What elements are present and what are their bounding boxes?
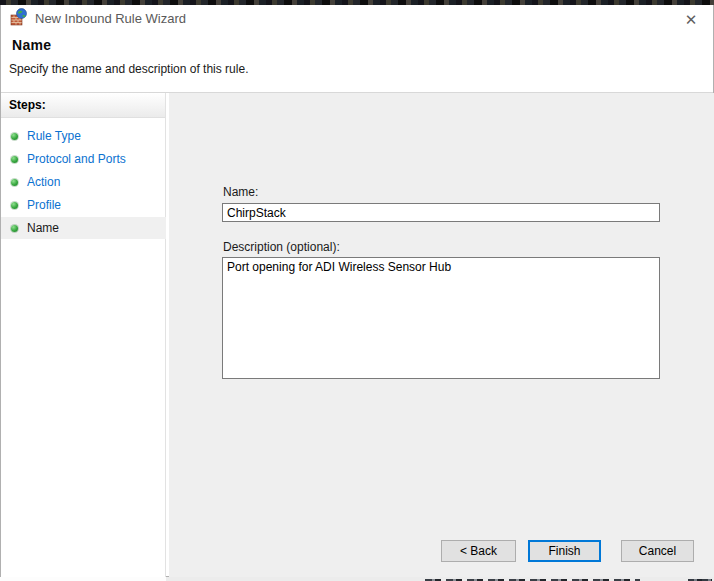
sidebar-item-profile[interactable]: Profile xyxy=(1,194,166,216)
name-field-label: Name: xyxy=(223,185,258,199)
window-title: New Inbound Rule Wizard xyxy=(35,11,186,26)
description-field-label: Description (optional): xyxy=(223,240,340,254)
screen: New Inbound Rule Wizard ✕ Name Specify t… xyxy=(0,0,714,581)
background-window-strip-bottom xyxy=(0,577,714,581)
sidebar-item-rule-type[interactable]: Rule Type xyxy=(1,125,166,147)
steps-sidebar: Steps: Rule Type Protocol and Ports Acti… xyxy=(1,93,166,577)
name-input[interactable] xyxy=(222,203,660,222)
sidebar-item-label: Profile xyxy=(27,198,61,212)
sidebar-item-label: Action xyxy=(27,175,60,189)
step-current-icon xyxy=(11,225,18,232)
close-icon: ✕ xyxy=(685,12,698,27)
step-complete-icon xyxy=(11,156,18,163)
description-textarea[interactable]: Port opening for ADI Wireless Sensor Hub xyxy=(222,257,660,379)
new-inbound-rule-wizard-dialog: New Inbound Rule Wizard ✕ Name Specify t… xyxy=(0,5,714,577)
sidebar-item-label: Rule Type xyxy=(27,129,81,143)
bottom-strip-white xyxy=(0,577,166,581)
sidebar-item-action[interactable]: Action xyxy=(1,171,166,193)
firewall-icon xyxy=(10,8,28,26)
close-button[interactable]: ✕ xyxy=(677,6,705,32)
wizard-content-panel: Name: Description (optional): Port openi… xyxy=(169,93,714,577)
back-button[interactable]: < Back xyxy=(441,540,516,562)
page-title: Name xyxy=(12,37,51,53)
page-subtitle: Specify the name and description of this… xyxy=(9,62,248,76)
finish-button[interactable]: Finish xyxy=(528,540,601,562)
steps-heading: Steps: xyxy=(1,93,165,118)
sidebar-item-label: Name xyxy=(27,221,59,235)
step-complete-icon xyxy=(11,133,18,140)
sidebar-item-protocol-and-ports[interactable]: Protocol and Ports xyxy=(1,148,166,170)
title-bar[interactable]: New Inbound Rule Wizard ✕ xyxy=(1,5,713,33)
cancel-button[interactable]: Cancel xyxy=(621,540,694,562)
sidebar-item-label: Protocol and Ports xyxy=(27,152,126,166)
sidebar-item-name[interactable]: Name xyxy=(1,217,166,239)
step-complete-icon xyxy=(11,179,18,186)
step-complete-icon xyxy=(11,202,18,209)
